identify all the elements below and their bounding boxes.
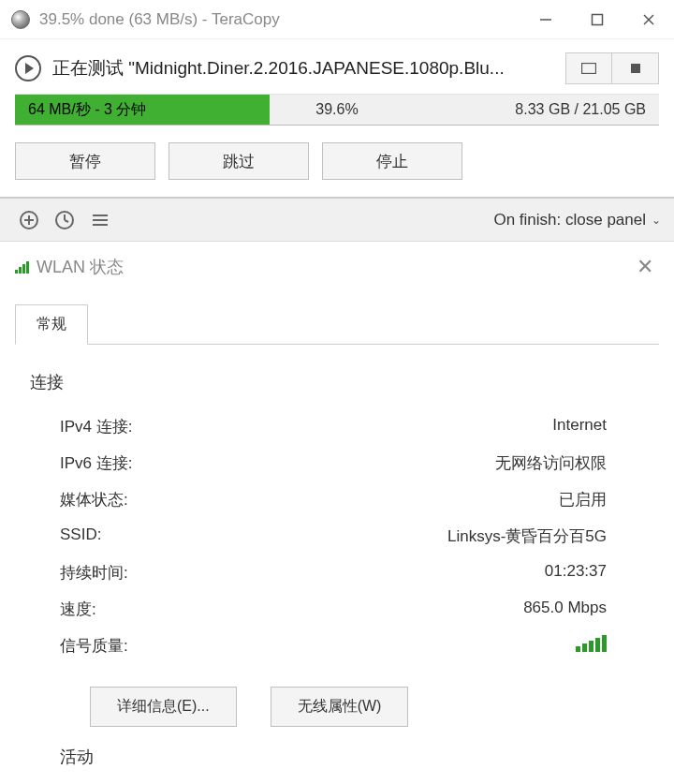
operation-header: 正在测试 "Midnight.Diner.2.2016.JAPANESE.108… (0, 39, 674, 94)
row-duration: 持续时间: 01:23:37 (30, 555, 644, 591)
signal-icon (15, 261, 29, 274)
row-speed: 速度: 865.0 Mbps (30, 591, 644, 628)
speed-val: 865.0 Mbps (228, 599, 644, 620)
operation-text: 正在测试 "Midnight.Diner.2.2016.JAPANESE.108… (52, 56, 565, 81)
quality-key: 信号质量: (60, 635, 228, 657)
detail-buttons: 详细信息(E)... 无线属性(W) (30, 664, 644, 746)
teracopy-icon (11, 10, 30, 29)
activity-heading: 活动 (30, 746, 644, 768)
svg-rect-5 (631, 64, 640, 73)
clock-icon[interactable] (49, 204, 81, 236)
ssid-val: Linksys-黄昏百分百5G (228, 525, 644, 547)
row-quality: 信号质量: (30, 628, 644, 664)
details-button[interactable]: 详细信息(E)... (90, 687, 237, 727)
speed-key: 速度: (60, 599, 228, 620)
ipv4-key: IPv4 连接: (60, 416, 228, 437)
menu-icon[interactable] (84, 204, 116, 236)
progress-size: 8.33 GB / 21.05 GB (515, 101, 646, 118)
pause-button[interactable]: 暂停 (15, 142, 155, 180)
mode-panel-button[interactable] (565, 52, 612, 84)
status-prefix: 正在测试 (52, 58, 128, 78)
progress-fill: 64 MB/秒 - 3 分钟 (15, 95, 270, 125)
maximize-button[interactable] (571, 0, 623, 38)
wlan-close-button[interactable]: ✕ (631, 255, 659, 279)
svg-rect-1 (592, 14, 602, 24)
filename: "Midnight.Diner.2.2016.JAPANESE.1080p.Bl… (128, 58, 504, 78)
stop-button[interactable]: 停止 (322, 142, 462, 180)
row-ipv4: IPv4 连接: Internet (30, 408, 644, 445)
wireless-props-button[interactable]: 无线属性(W) (271, 687, 409, 727)
progress-percent: 39.6% (315, 101, 358, 118)
row-ipv6: IPv6 连接: 无网络访问权限 (30, 445, 644, 481)
close-button[interactable] (623, 0, 674, 38)
onfinish-dropdown[interactable]: On finish: close panel ⌄ (493, 211, 661, 229)
connection-section: 连接 IPv4 连接: Internet IPv6 连接: 无网络访问权限 媒体… (0, 345, 674, 779)
chevron-down-icon: ⌄ (652, 214, 661, 227)
play-icon (15, 55, 41, 81)
wlan-title: WLAN 状态 (37, 256, 631, 278)
toolbar: On finish: close panel ⌄ (0, 197, 674, 242)
add-icon[interactable] (13, 204, 45, 236)
window-controls (520, 0, 674, 38)
tabs: 常规 (0, 303, 674, 345)
skip-button[interactable]: 跳过 (168, 142, 309, 180)
media-val: 已启用 (228, 489, 644, 510)
wlan-title-row: WLAN 状态 ✕ (0, 242, 674, 287)
action-row: 暂停 跳过 停止 (0, 126, 674, 197)
speed-eta: 64 MB/秒 - 3 分钟 (28, 100, 146, 120)
onfinish-label: On finish: close panel (493, 211, 646, 229)
media-key: 媒体状态: (60, 489, 228, 510)
minimize-button[interactable] (520, 0, 571, 38)
titlebar: 39.5% done (63 MB/s) - TeraCopy (0, 0, 674, 39)
tab-general[interactable]: 常规 (15, 304, 88, 345)
svg-line-11 (65, 220, 68, 222)
connection-heading: 连接 (30, 371, 644, 393)
progress-bar: 64 MB/秒 - 3 分钟 39.6% 8.33 GB / 21.05 GB (15, 94, 659, 126)
ipv6-key: IPv6 连接: (60, 452, 228, 474)
signal-quality-icon (576, 635, 644, 652)
row-media: 媒体状态: 已启用 (30, 481, 644, 518)
duration-key: 持续时间: (60, 562, 228, 584)
window-title: 39.5% done (63 MB/s) - TeraCopy (39, 10, 520, 29)
duration-val: 01:23:37 (228, 562, 644, 584)
mode-compact-button[interactable] (612, 52, 659, 84)
ssid-key: SSID: (60, 525, 228, 547)
mode-buttons (565, 52, 659, 84)
row-ssid: SSID: Linksys-黄昏百分百5G (30, 518, 644, 555)
svg-rect-4 (582, 64, 596, 74)
ipv4-val: Internet (228, 416, 644, 437)
ipv6-val: 无网络访问权限 (228, 452, 644, 474)
